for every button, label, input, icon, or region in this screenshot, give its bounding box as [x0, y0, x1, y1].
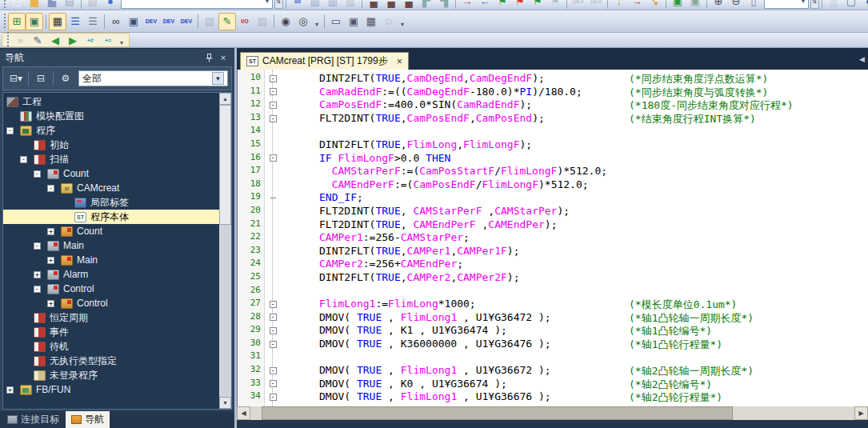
tab-connection-destination[interactable]: 连接目标 — [2, 411, 65, 428]
tree-collapse-icon[interactable]: ⊟ — [31, 70, 50, 87]
editor-horizontal-scrollbar[interactable]: ◀ ▶ — [237, 406, 868, 420]
code-line[interactable]: FLT2DINT(TRUE,CamPosEndF,CamPosEnd);(*结束… — [281, 112, 868, 126]
pc-monitor-icon[interactable]: ▣ — [26, 13, 43, 30]
paste-icon[interactable]: ▧ — [84, 0, 102, 10]
gear-icon[interactable]: ⚙ — [56, 70, 75, 87]
write-plc-icon[interactable]: ▄ — [365, 0, 382, 10]
code-line[interactable]: DMOV( TRUE , FlimLong1 , U1¥G36672 );(*轴… — [281, 364, 868, 378]
fold-collapse-icon[interactable]: - — [265, 378, 281, 391]
navigation-window-icon[interactable]: ⊞ — [8, 13, 26, 30]
search-prev-green-icon[interactable]: ◀ — [46, 31, 64, 49]
window-tool-icon[interactable]: ▢ — [842, 0, 860, 10]
print-icon[interactable]: ▤ — [61, 0, 78, 10]
tree-expander-icon[interactable]: - — [34, 242, 47, 250]
flag-find-green-icon[interactable]: ⚑ — [494, 0, 511, 10]
fold-collapse-icon[interactable]: - — [265, 98, 281, 112]
redo-gray-icon[interactable]: » — [11, 31, 29, 49]
code-line[interactable]: CAMPer1:=256-CAMStarPer; — [281, 231, 868, 245]
tree-expander-icon[interactable]: - — [20, 156, 34, 163]
code-line[interactable] — [281, 125, 868, 138]
tree-item-main[interactable]: -Main — [3, 238, 219, 253]
code-line[interactable]: DMOV( TRUE , FlimLong1 , U1¥G36472 );(*轴… — [281, 311, 868, 325]
fold-collapse-icon[interactable]: - — [265, 324, 281, 338]
list-blue-icon[interactable]: ☰ — [66, 13, 84, 30]
code-line[interactable]: CAMStarPerF:=(CamPosStartF/FlimLongF)*51… — [281, 165, 868, 178]
monitor-gray-icon[interactable]: ▣ — [686, 0, 704, 10]
dev-gray-1-icon[interactable]: DEV — [570, 0, 587, 10]
tree-vertical-scrollbar[interactable]: ▲ ▼ — [219, 93, 231, 409]
dev-gray-2-icon[interactable]: DEV — [587, 0, 605, 10]
tree-expander-icon[interactable]: - — [6, 127, 20, 134]
code-line[interactable]: CAMEndPerF:=(CamPosEndF/FlimLongF)*512.0… — [281, 178, 868, 192]
fold-collapse-icon[interactable]: - — [265, 338, 281, 351]
brush-gray-icon[interactable]: ▨ — [254, 13, 271, 30]
tree-item-control[interactable]: -Control — [3, 282, 219, 296]
arrow-left-blue-icon[interactable]: ← — [476, 0, 494, 10]
device-search-icon[interactable]: ◎ — [294, 13, 312, 30]
device-network-icon[interactable]: DEV — [178, 13, 195, 30]
object-frame-icon[interactable]: ▣ — [345, 13, 362, 30]
code-line[interactable]: FLT2DINT(TRUE, CAMEndPerF ,CAMEndPer); — [281, 218, 868, 232]
code-line[interactable]: CamRadEndF:=((CamDegEndF-180.0)*PI)/180.… — [281, 86, 868, 99]
tree-expander-icon[interactable]: + — [6, 386, 20, 394]
zoom-combo[interactable]: ▼ — [764, 0, 809, 9]
code-line[interactable]: DINT2FLT(TRUE,FlimLong,FlimLongF); — [281, 138, 868, 152]
tree-item-init[interactable]: 初始 — [3, 138, 219, 152]
scroll-left-icon[interactable]: ◀ — [237, 406, 250, 420]
monitor-green-icon[interactable]: ▣ — [669, 0, 686, 10]
tree-expander-icon[interactable]: + — [47, 257, 61, 264]
zoom-spin-icon[interactable]: ⇅ — [810, 0, 819, 9]
find-spin-icon[interactable]: ⇅ — [274, 0, 283, 9]
tree-item-program[interactable]: -程序 — [3, 123, 219, 138]
tree-sort-icon[interactable]: ⊟▾ — [6, 70, 26, 87]
tree-item-no-exec-type[interactable]: 无执行类型指定 — [3, 354, 219, 368]
open-folder-icon[interactable]: ▆ — [26, 0, 43, 10]
person-gray-icon[interactable]: ☺ — [380, 13, 398, 30]
tree-expander-icon[interactable]: + — [34, 271, 47, 278]
intelligent-module-icon[interactable]: ▦ — [49, 13, 66, 30]
code-line[interactable]: DMOV( TRUE , K36000000 , U1¥G36476 );(*轴… — [281, 338, 868, 351]
arrow-right-red-icon[interactable]: → — [458, 0, 476, 10]
code-line[interactable] — [281, 285, 868, 298]
grid-table-icon[interactable]: ▦ — [362, 13, 380, 30]
tree-item-fb-fun[interactable]: +FB/FUN — [3, 382, 219, 397]
code-line[interactable]: DMOV( TRUE , K0 , U1¥G36674 );(*轴2凸轮编号*) — [281, 378, 868, 391]
page-width-icon[interactable]: ▯ — [745, 0, 762, 10]
tree-item-module-config[interactable]: 模块配置图 — [3, 109, 219, 123]
fold-collapse-icon[interactable]: - — [265, 390, 281, 404]
hscroll-track[interactable] — [250, 406, 854, 420]
window-gray-icon[interactable]: ▥ — [342, 0, 359, 10]
tree-expander-icon[interactable]: + — [47, 300, 61, 307]
flag-find-green-2-icon[interactable]: ⚑ — [529, 0, 546, 10]
tab-navigation[interactable]: 导航 — [66, 411, 110, 428]
toolbar-overflow-icon[interactable]: ▾ — [117, 32, 126, 48]
code-line[interactable]: DINT2FLT(TRUE,CAMPer2,CAMPer2F); — [281, 271, 868, 285]
close-icon[interactable]: × — [217, 52, 230, 64]
scroll-up-icon[interactable]: ▲ — [219, 93, 231, 105]
fold-collapse-icon[interactable]: - — [265, 86, 281, 99]
tree-expander-icon[interactable]: - — [34, 286, 47, 293]
tree-item-fixed-cycle[interactable]: 恒定周期 — [3, 310, 219, 325]
code-line[interactable]: DMOV( TRUE , FlimLong1 , U1¥G36676 );(*轴… — [281, 390, 868, 404]
download-orange-icon[interactable]: ↓ — [610, 0, 628, 10]
scroll-right-icon[interactable]: ▶ — [854, 406, 868, 420]
tree-expander-icon[interactable]: + — [47, 228, 61, 235]
code-line[interactable]: FlimLong1:=FlimLong*1000;(*模长度单位0.1um*) — [281, 298, 868, 311]
code-lines[interactable]: DINT2FLT(TRUE,CamDegEnd,CamDegEndF);(*同步… — [281, 70, 868, 406]
code-line[interactable]: DMOV( TRUE , K1 , U1¥G36474 );(*轴1凸轮编号*) — [281, 324, 868, 338]
tab-close-icon[interactable]: × — [397, 56, 402, 67]
flag-find-red-icon[interactable]: ⚑ — [511, 0, 529, 10]
code-line[interactable]: CAMPer2:=256+CAMEndPer; — [281, 258, 868, 271]
verify-plc-icon[interactable]: ▄ — [400, 0, 418, 10]
code-line[interactable]: CamPosEndF:=400.0*SIN(CamRadEndF);(*180度… — [281, 98, 868, 112]
tree-scroll-track[interactable] — [219, 105, 231, 397]
edit-ibeam-icon[interactable]: ✎ — [218, 13, 236, 30]
tree-item-count[interactable]: -Count — [3, 166, 219, 181]
document-tab-camcreat[interactable]: ST CAMcreat [PRG] [ST] 1799步 × — [240, 52, 409, 70]
window-a-icon[interactable]: ▛ — [418, 0, 435, 10]
fold-collapse-icon[interactable]: - — [265, 152, 281, 166]
scroll-down-icon[interactable]: ▼ — [219, 397, 231, 409]
corner-orange-icon[interactable]: ↘ — [646, 0, 663, 10]
circle-tool-icon[interactable]: ● — [860, 0, 868, 10]
device-eye-icon[interactable]: ◉ — [277, 13, 294, 30]
